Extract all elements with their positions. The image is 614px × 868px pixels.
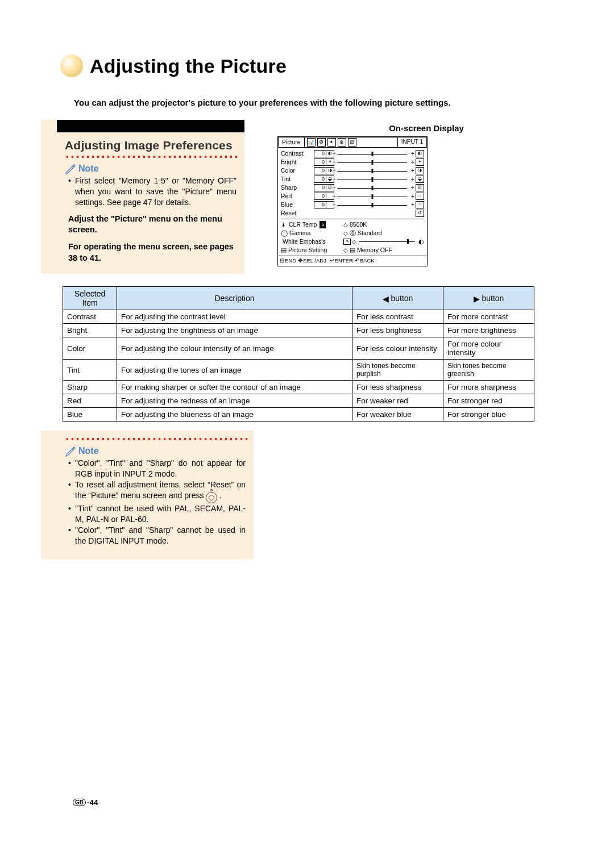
note2-list: •"Color", "Tint" and "Sharp" do not appe… bbox=[68, 458, 246, 546]
cell-right: For stronger blue bbox=[443, 408, 534, 422]
triangle-left-icon: ◀ bbox=[383, 294, 389, 303]
osd-reset: Reset bbox=[281, 209, 314, 217]
cell-desc: For adjusting the tones of an image bbox=[117, 360, 352, 381]
plus-icon: + bbox=[410, 184, 416, 192]
osd-input-label: INPUT 1 bbox=[397, 137, 427, 147]
section-tab-icon bbox=[57, 120, 244, 132]
osd-slider-row: Blue0−+○ bbox=[281, 201, 424, 209]
osd-tab-icon: ⚙ bbox=[317, 138, 326, 147]
osd-slider-row: Sharp0⊞−+⊞ bbox=[281, 183, 424, 192]
osd-item-right-icon: ○ bbox=[416, 193, 424, 200]
osd-item-label: Bright bbox=[281, 158, 314, 166]
table-row: BlueFor adjusting the blueness of an ima… bbox=[63, 408, 534, 422]
back-icon: ↶ bbox=[355, 257, 359, 265]
osd-tab-icon: ▤ bbox=[348, 138, 356, 147]
osd-item-value: 0 bbox=[314, 167, 326, 174]
osd-tab-picture: Picture bbox=[278, 137, 305, 147]
osd-tab-icons: 📊 ⚙ ✦ ⊕ ▤ bbox=[305, 137, 397, 147]
list-item: •"Color", "Tint" and "Sharp" cannot be u… bbox=[68, 525, 246, 546]
diamond-icon bbox=[343, 220, 348, 229]
gb-badge: GB bbox=[73, 799, 86, 806]
osd-footer: ⊟END ✥SEL /ADJ. ↵ENTER ↶BACK bbox=[278, 256, 427, 266]
option-label: Picture Setting bbox=[288, 246, 327, 254]
list-item: •To reset all adjustment items, select “… bbox=[68, 479, 246, 503]
osd-slider: − bbox=[336, 202, 408, 208]
plus-icon: + bbox=[410, 201, 416, 209]
osd-item-right-icon: ⊞ bbox=[416, 184, 424, 191]
diamond-icon bbox=[343, 246, 348, 254]
list-item: •"Color", "Tint" and "Sharp" do not appe… bbox=[68, 458, 246, 479]
title-block: Adjusting the Picture bbox=[57, 51, 575, 81]
osd-item-value: 0 bbox=[314, 201, 326, 208]
osd-tab-icon: ⊕ bbox=[338, 138, 346, 147]
note-heading: Note bbox=[65, 163, 239, 174]
osd-item-label: Color bbox=[281, 166, 314, 174]
osd-item-value: 0 bbox=[314, 193, 326, 200]
cell-left: For less brightness bbox=[352, 324, 443, 337]
dpad-icon: ✥ bbox=[298, 257, 302, 265]
table-row: ColorFor adjusting the colour intensity … bbox=[63, 337, 534, 360]
option-icon: ▤ bbox=[281, 246, 287, 254]
osd-item-right-icon: ○ bbox=[416, 201, 424, 208]
table-row: TintFor adjusting the tones of an imageS… bbox=[63, 360, 534, 381]
page-title: Adjusting the Picture bbox=[90, 55, 287, 77]
note-pen-icon bbox=[65, 163, 76, 174]
osd-item-value: 0 bbox=[314, 184, 326, 191]
red-dots-divider bbox=[65, 437, 248, 441]
table-row: SharpFor making sharper or softer the co… bbox=[63, 381, 534, 394]
osd-title: On-screen Display bbox=[277, 123, 575, 133]
cell-desc: For making sharper or softer the contour… bbox=[117, 381, 352, 394]
osd-slider: − bbox=[336, 194, 408, 199]
cell-right: Skin tones become greenish bbox=[443, 360, 534, 381]
page-number: GB-44 bbox=[73, 798, 98, 807]
osd-item-right-icon: ☀ bbox=[416, 158, 424, 166]
cell-right: For more sharpness bbox=[443, 381, 534, 394]
plus-icon: + bbox=[410, 150, 416, 158]
osd-item-right-icon: ◐ bbox=[416, 150, 424, 157]
cell-desc: For adjusting the blueness of an image bbox=[117, 408, 352, 422]
menu-button-icon: ⊟ bbox=[280, 257, 284, 265]
osd-option-row: White Emphasis☀◐ bbox=[281, 237, 424, 246]
option-value-icon: Ⓢ bbox=[350, 229, 356, 237]
osd-item-label: Tint bbox=[281, 175, 314, 183]
osd-slider: − bbox=[336, 168, 408, 174]
cell-item: Bright bbox=[63, 324, 117, 337]
osd-option-row: 🌡CLR Temp58500K bbox=[281, 220, 424, 229]
plus-icon: + bbox=[410, 176, 416, 183]
cell-right: For more colour intensity bbox=[443, 337, 534, 360]
th-selected: Selected Item bbox=[63, 287, 117, 310]
cell-desc: For adjusting the colour intensity of an… bbox=[117, 337, 352, 360]
diamond-icon bbox=[343, 229, 348, 237]
right-column: On-screen Display Picture 📊 ⚙ ✦ ⊕ ▤ INPU… bbox=[244, 120, 575, 266]
osd-slider-row: Red0−+○ bbox=[281, 192, 424, 201]
osd-option-row: ▤Picture Setting▤Memory OFF bbox=[281, 246, 424, 254]
note-label: Note bbox=[78, 164, 99, 174]
list-item: •"Tint" cannot be used with PAL, SECAM, … bbox=[68, 503, 246, 525]
osd-item-right-icon: ◑ bbox=[416, 167, 424, 174]
option-value: Memory OFF bbox=[357, 246, 392, 254]
cell-left: For weaker blue bbox=[352, 408, 443, 422]
option-value: 8500K bbox=[350, 220, 367, 228]
cell-item: Tint bbox=[63, 360, 117, 381]
section-heading: Adjusting Image Preferences bbox=[65, 138, 239, 153]
cell-item: Color bbox=[63, 337, 117, 360]
enter-icon: ↵ bbox=[330, 257, 334, 265]
osd-item-value: 0 bbox=[314, 176, 326, 183]
option-label: CLR Temp bbox=[289, 220, 317, 228]
osd-item-label: Blue bbox=[281, 201, 314, 208]
adjust-table: Selected Item Description ◀ button ▶ but… bbox=[63, 286, 534, 422]
cell-left: For less colour intensity bbox=[352, 337, 443, 360]
option-value: Standard bbox=[358, 229, 382, 237]
cell-desc: For adjusting the redness of an image bbox=[117, 394, 352, 408]
list-item: •First select "Memory 1-5" or "Memory OF… bbox=[68, 176, 237, 208]
osd-item-value: 0 bbox=[314, 158, 326, 166]
left-column: Adjusting Image Preferences Note •First … bbox=[41, 120, 244, 274]
instruction-2: For operating the menu screen, see pages… bbox=[68, 241, 237, 264]
title-ornament-icon bbox=[57, 51, 86, 81]
cell-left: Skin tones become purplish bbox=[352, 360, 443, 381]
osd-slider-row: Color0◑−+◑ bbox=[281, 166, 424, 175]
note-heading-2: Note bbox=[65, 445, 248, 457]
osd-tab-icon: 📊 bbox=[307, 138, 316, 147]
option-icon: 🌡 bbox=[281, 220, 287, 228]
osd-item-label: Red bbox=[281, 192, 314, 200]
